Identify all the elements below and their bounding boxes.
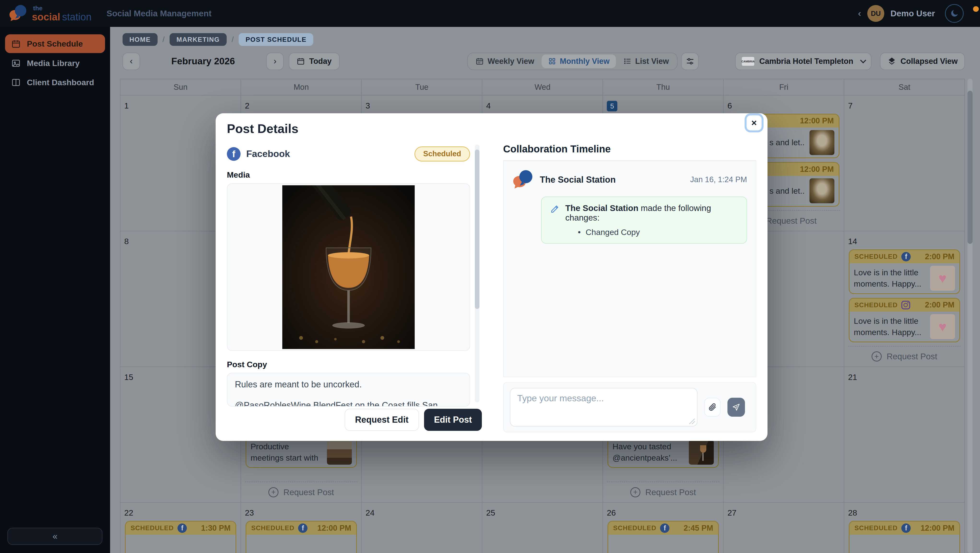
columns-icon [11,78,21,87]
message-input[interactable] [510,388,697,427]
date-label: 24 [366,508,375,517]
close-icon: × [751,118,757,128]
post-card[interactable]: SCHEDULED2:00 PM Love is in the little m… [849,298,960,343]
date-label: 27 [727,508,737,517]
day-header: Tue [362,79,482,96]
calendar-settings-button[interactable] [681,53,698,70]
prev-month-button[interactable]: ‹ [123,53,140,70]
request-edit-button[interactable]: Request Edit [345,409,419,431]
day-header: Mon [241,79,362,96]
calendar-day-headers: Sun Mon Tue Wed Thu Fri Sat [120,79,965,96]
client-logo: CAMBRIA [742,57,754,65]
post-card[interactable]: SCHEDULEDf2:00 PM Love is in the little … [849,249,960,294]
breadcrumb-marketing[interactable]: MARKETING [170,33,227,46]
today-button[interactable]: Today [289,53,340,70]
request-post-button[interactable]: + Request Post [607,481,719,497]
post-card[interactable]: SCHEDULEDf12:00 PM [849,521,960,553]
send-message-button[interactable] [727,398,745,416]
client-selector-dropdown[interactable]: CAMBRIA Cambria Hotel Templeton - Paso R… [735,53,871,70]
breadcrumb-post-schedule[interactable]: POST SCHEDULE [239,33,313,46]
calendar-cell[interactable]: 23 SCHEDULEDf12:00 PM [241,503,362,553]
post-card-text: Love is in the little moments. Happy... [854,267,926,290]
facebook-icon: f [178,523,187,533]
next-month-button[interactable]: › [266,53,284,70]
attach-file-button[interactable] [704,398,721,416]
dark-mode-toggle[interactable] [945,4,964,23]
calendar-cell[interactable]: 21 [844,367,965,503]
status-badge: Scheduled [414,147,470,161]
day-header: Fri [724,79,844,96]
calendar-cell[interactable]: 22 SCHEDULEDf1:30 PM [120,503,241,553]
post-time: 2:45 PM [684,524,713,532]
grid-icon [548,57,556,65]
sliders-icon [686,57,694,65]
view-switcher: Weekly View Monthly View List View [467,53,678,70]
request-post-button[interactable]: + Request Post [245,481,358,497]
edit-post-button[interactable]: Edit Post [424,409,482,431]
modal-scrollbar[interactable] [475,145,479,402]
calendar-cell[interactable]: 28 SCHEDULEDf12:00 PM [844,503,965,553]
sidebar-item-client-dashboard[interactable]: Client Dashboard [5,73,105,92]
calendar-cell[interactable]: 25 [482,503,603,553]
sidebar-item-media-library[interactable]: Media Library [5,54,105,72]
post-time: 1:30 PM [201,524,231,532]
sidebar-collapse-button[interactable]: « [8,528,102,545]
change-summary-box: The Social Station made the following ch… [541,196,747,244]
user-avatar[interactable]: DU [867,5,884,22]
post-time: 12:00 PM [800,165,834,174]
scheduled-label: SCHEDULED [854,253,897,260]
date-label: 21 [848,373,857,382]
date-label: 14 [848,237,857,246]
date-label: 8 [124,237,129,246]
sidebar: Post Schedule Media Library Client Dashb… [0,27,110,553]
close-button[interactable]: × [746,115,762,131]
bullet-marker: • [578,228,581,237]
today-badge: 5 [607,101,617,112]
facebook-icon: f [660,523,670,533]
logo-word-social: social [32,11,60,22]
tab-weekly-view[interactable]: Weekly View [469,54,540,68]
speech-bubbles-avatar [512,169,534,191]
plus-icon: + [630,487,640,497]
send-icon [732,403,740,411]
calendar-cell[interactable]: 27 [724,503,844,553]
plus-icon: + [268,487,278,497]
calendar-cell[interactable]: 14 SCHEDULEDf2:00 PM Love is in the litt… [844,231,965,367]
change-author: The Social Station [565,203,638,213]
date-label: 15 [124,373,134,382]
tab-monthly-view[interactable]: Monthly View [542,54,616,68]
facebook-icon: f [298,523,307,533]
tab-list-view[interactable]: List View [617,54,675,68]
scheduled-label: SCHEDULED [613,524,656,532]
user-name: Demo User [891,9,935,18]
plus-icon: + [872,351,882,362]
calendar-cell[interactable]: 26 SCHEDULEDf2:45 PM [603,503,724,553]
calendar-week-icon [476,57,484,65]
calendar-cell[interactable]: 7 [844,96,965,231]
paperclip-icon [708,403,717,411]
sidebar-item-post-schedule[interactable]: Post Schedule [5,34,105,53]
date-label: 3 [366,101,370,110]
post-time: 12:00 PM [921,524,955,532]
post-time: 12:00 PM [800,116,834,125]
page-scrollbar[interactable] [967,79,972,553]
brand-logo[interactable]: the socialstation [9,4,91,23]
post-card-header: SCHEDULEDf12:00 PM [850,521,959,535]
collaboration-panel: Collaboration Timeline The Social Statio… [491,113,767,441]
user-menu-chevron-icon[interactable]: ‹ [858,8,861,19]
request-post-label: Request Post [283,488,334,497]
request-post-label: Request Post [887,352,937,361]
collapsed-view-button[interactable]: Collapsed View [880,53,965,70]
breadcrumb-home[interactable]: HOME [123,33,158,46]
page-scrollbar-thumb[interactable] [967,91,972,244]
post-copy-label: Post Copy [227,360,491,369]
post-card[interactable]: SCHEDULEDf12:00 PM [246,521,357,553]
month-label: February 2026 [145,56,261,67]
post-card-header: SCHEDULEDf2:45 PM [608,521,718,535]
request-post-button[interactable]: + Request Post [848,346,961,362]
post-card[interactable]: SCHEDULEDf1:30 PM [125,521,237,553]
calendar-cell[interactable]: 24 [362,503,482,553]
post-thumbnail [327,440,352,465]
post-card[interactable]: SCHEDULEDf2:45 PM [608,521,719,553]
breadcrumb-separator: / [232,35,234,44]
